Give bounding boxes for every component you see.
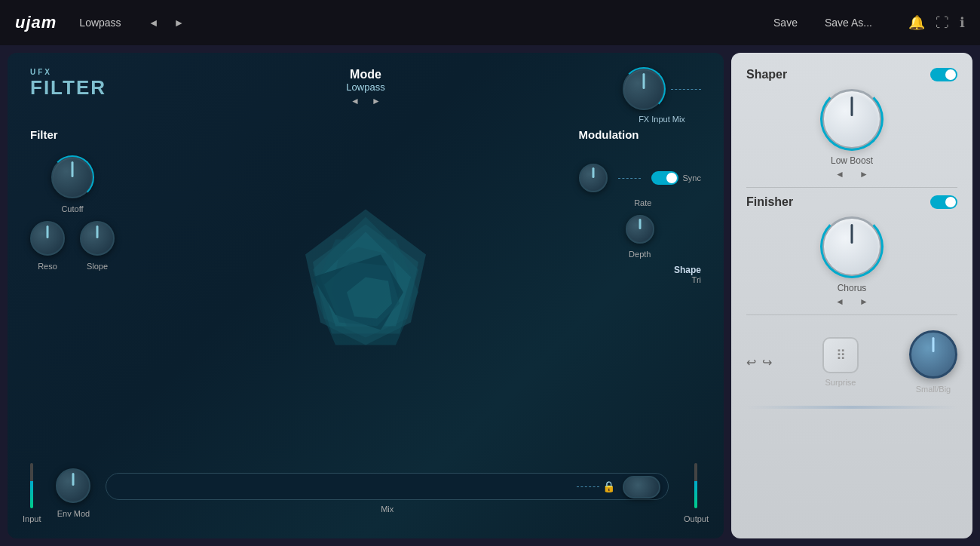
cutoff-knob[interactable] [51,156,93,198]
low-boost-next[interactable]: ► [859,169,868,179]
small-big-indicator [933,337,935,352]
output-label: Output [684,514,709,523]
ufx-filter-text: FILTER [30,76,106,100]
mode-prev-button[interactable]: ◄ [351,96,360,106]
sync-label: Sync [683,173,701,183]
expand-icon[interactable]: ⛶ [936,15,949,31]
shaper-header: Shaper [746,68,957,81]
chorus-prev[interactable]: ◄ [835,296,844,307]
save-button[interactable]: Save [767,14,804,32]
surprise-button[interactable]: ⠿ [822,337,859,373]
sync-switch[interactable] [651,171,678,185]
mix-slider[interactable]: 🔒 [106,473,669,500]
mode-section: Mode Lowpass ◄ ► [346,68,384,106]
shaper-section: Shaper Low Boost ◄ ► [746,68,957,188]
modulation-title: Modulation [579,128,701,141]
env-mod-indicator [72,473,75,486]
shape-box: Shape Tri [579,265,701,284]
chorus-arrows: ◄ ► [835,296,868,307]
info-icon[interactable]: ℹ [960,14,965,31]
filter-section: Filter Cutoff Reso [30,128,115,271]
cutoff-label: Cutoff [61,204,83,213]
preset-next-button[interactable]: ► [169,15,188,30]
finisher-toggle[interactable] [930,195,957,209]
finisher-knob[interactable] [822,216,882,277]
slope-group: Slope [80,221,115,271]
mode-next-button[interactable]: ► [372,96,381,106]
shaper-toggle[interactable] [930,68,957,81]
preset-navigation: ◄ ► [144,15,189,30]
shape-value: Tri [579,275,701,284]
undo-redo-controls: ↩ ↪ [746,355,772,370]
env-mod-label: Env Mod [57,509,90,518]
depth-knob[interactable] [626,215,654,244]
bottom-controls: ↩ ↪ ⠿ Surprise Small/Big [746,323,957,394]
ujam-logo: ujam [15,13,57,32]
slope-knob[interactable] [80,221,115,256]
shaper-knob-ring [820,87,884,151]
input-label: Input [23,514,41,523]
reso-knob[interactable] [30,221,65,256]
knob-ring [622,67,666,111]
finisher-section: Finisher Chorus ◄ ► [746,195,957,315]
surprise-label: Surprise [825,378,856,387]
reso-knob-indicator [47,225,49,238]
env-mod-knob[interactable] [56,468,90,503]
surprise-dots-icon: ⠿ [836,347,846,363]
main-layout: UFX FILTER Mode Lowpass ◄ ► FX Inpu [0,45,980,546]
undo-button[interactable]: ↩ [746,355,756,370]
dotted-line [671,89,701,90]
low-boost-arrows: ◄ ► [835,169,868,179]
fx-input-mix-knob[interactable] [623,68,665,110]
small-big-label: Small/Big [916,385,951,394]
ufx-logo: UFX FILTER [30,68,106,100]
surprise-group: ⠿ Surprise [822,337,859,387]
low-boost-prev[interactable]: ◄ [835,169,844,179]
preset-prev-button[interactable]: ◄ [144,15,164,30]
small-big-group: Small/Big [909,330,957,394]
reso-label: Reso [38,262,57,271]
filter-title: Filter [30,128,115,141]
shaper-knob[interactable] [822,89,882,149]
fx-input-mix: FX Input Mix [623,68,701,124]
finisher-toggle-thumb [945,197,956,207]
finisher-title: Finisher [746,195,793,209]
mix-dotted: 🔒 [577,480,615,492]
save-as-button[interactable]: Save As... [819,14,878,32]
slope-knob-indicator [96,225,99,238]
rate-dotted [618,178,641,179]
output-group: Output [684,463,709,523]
topbar: ujam Lowpass ◄ ► Save Save As... 🔔 ⛶ ℹ [0,0,980,45]
redo-button[interactable]: ↪ [762,355,772,370]
topbar-icons: 🔔 ⛶ ℹ [908,14,965,31]
depth-label: Depth [629,250,651,259]
mix-label: Mix [381,505,394,514]
sync-thumb [666,173,677,183]
slope-label: Slope [87,262,108,271]
center-graphic [260,195,471,406]
shaper-toggle-thumb [945,69,956,80]
modulation-section: Modulation Sync Rate [579,128,701,284]
rate-knob[interactable] [579,164,608,192]
lock-icon: 🔒 [602,480,615,492]
right-panel: Shaper Low Boost ◄ ► Finisher [731,53,972,538]
env-mod-group: Env Mod [56,468,90,518]
input-vu-meter [30,463,33,508]
chorus-next[interactable]: ► [859,296,868,307]
finisher-header: Finisher [746,195,957,209]
mix-dotted-line [577,486,599,487]
notification-icon[interactable]: 🔔 [908,14,925,31]
mix-thumb [623,476,660,498]
depth-knob-indicator [639,219,641,229]
cutoff-knob-ring [51,155,94,199]
mode-label: Mode [346,68,384,81]
finisher-knob-ring [820,215,884,278]
shaper-title: Shaper [746,68,787,81]
left-panel: UFX FILTER Mode Lowpass ◄ ► FX Inpu [8,53,724,538]
reso-group: Reso [30,221,65,271]
sync-toggle: Sync [651,171,701,185]
chorus-label: Chorus [838,283,867,293]
fx-input-mix-label: FX Input Mix [639,115,685,124]
small-big-knob[interactable] [909,330,957,379]
cutoff-group: Cutoff [30,156,115,213]
